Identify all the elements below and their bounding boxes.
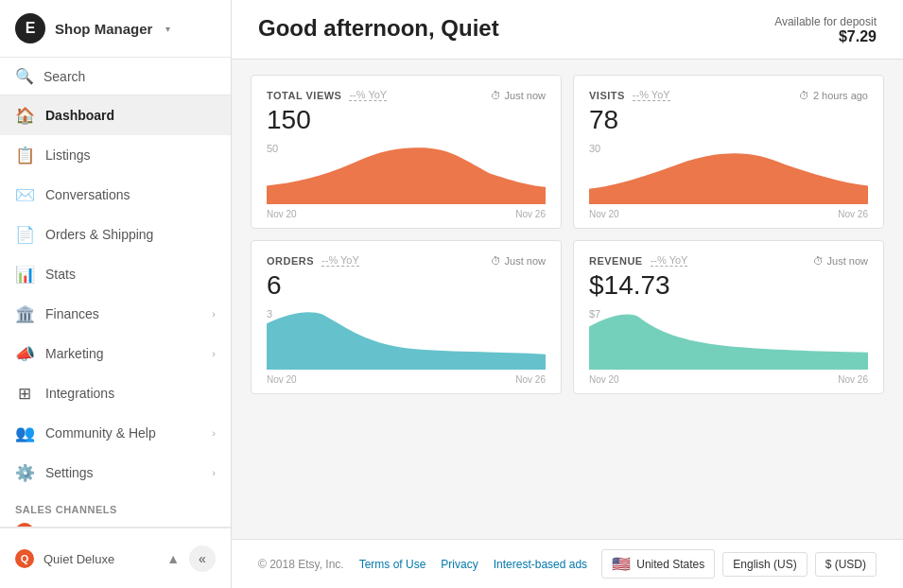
sidebar-bottom: Q Quiet Deluxe ▲ «: [0, 527, 231, 588]
sidebar: E Shop Manager ▾ 🔍 Search 🏠 Dashboard 📋 …: [0, 0, 232, 588]
search-item[interactable]: 🔍 Search: [0, 58, 231, 95]
chart-dates-orders: Nov 20 Nov 26: [267, 374, 546, 384]
ads-link[interactable]: Interest-based ads: [494, 558, 587, 571]
stats-grid: TOTAL VIEWS --% YoY ⏱ Just now 150 50 No…: [251, 75, 884, 394]
chart-date-start-total-views: Nov 20: [267, 209, 297, 218]
stat-header-orders: ORDERS --% YoY ⏱ Just now: [267, 254, 546, 267]
finances-arrow: ›: [212, 308, 216, 320]
locale-lang: English (US): [733, 558, 796, 571]
stat-yoy-visits[interactable]: --% YoY: [633, 89, 670, 101]
sidebar-title: Shop Manager: [55, 21, 152, 37]
shop-bottom-item[interactable]: Q Quiet Deluxe ▲ «: [0, 536, 231, 581]
chart-svg-revenue: [589, 308, 868, 370]
stat-time-label-orders: Just now: [505, 255, 546, 267]
sidebar-item-settings[interactable]: ⚙️ Settings ›: [0, 453, 231, 493]
chart-date-end-total-views: Nov 26: [515, 209, 546, 218]
shop-name: Quiet Deluxe: [43, 552, 157, 566]
dashboard-icon: 🏠: [15, 106, 34, 125]
search-icon: 🔍: [15, 67, 34, 85]
conversations-icon: ✉️: [15, 185, 34, 204]
stat-time-label-visits: 2 hours ago: [813, 90, 868, 101]
clock-icon-orders: ⏱: [491, 255, 501, 267]
terms-link[interactable]: Terms of Use: [359, 558, 426, 571]
marketing-icon: 📣: [15, 344, 34, 363]
sidebar-item-community[interactable]: 👥 Community & Help ›: [0, 413, 231, 453]
locale-button[interactable]: 🇺🇸 United States: [601, 549, 715, 579]
stat-header-total-views: TOTAL VIEWS --% YoY ⏱ Just now: [267, 89, 546, 101]
stat-chart-visits: 30 Nov 20 Nov 26: [589, 143, 868, 218]
stat-title-group-visits: VISITS --% YoY: [589, 89, 670, 101]
footer-right: 🇺🇸 United States English (US) $ (USD): [601, 549, 877, 579]
stat-time-label-total-views: Just now: [505, 90, 546, 101]
chart-dates-revenue: Nov 20 Nov 26: [589, 374, 868, 384]
sidebar-item-integrations[interactable]: ⊞ Integrations: [0, 373, 231, 413]
collapse-button[interactable]: «: [189, 545, 216, 572]
stat-value-orders: 6: [267, 270, 546, 301]
stat-header-revenue: REVENUE --% YoY ⏱ Just now: [589, 254, 868, 267]
stat-header-visits: VISITS --% YoY ⏱ 2 hours ago: [589, 89, 868, 101]
chart-date-end-orders: Nov 26: [515, 374, 546, 384]
stat-yoy-revenue[interactable]: --% YoY: [651, 254, 688, 267]
deposit-label: Available for deposit: [774, 15, 877, 28]
community-arrow: ›: [212, 427, 216, 439]
main-header: Good afternoon, Quiet Available for depo…: [232, 0, 903, 60]
sales-channels-section: SALES CHANNELS: [0, 493, 231, 519]
stat-chart-label-orders: 3: [267, 308, 272, 320]
stat-chart-label-total-views: 50: [267, 143, 278, 154]
listings-icon: 📋: [15, 146, 34, 164]
stat-card-total-views: TOTAL VIEWS --% YoY ⏱ Just now 150 50 No…: [251, 75, 562, 229]
chart-dates-visits: Nov 20 Nov 26: [589, 209, 868, 218]
stat-time-total-views: ⏱ Just now: [491, 90, 546, 101]
sidebar-item-dashboard[interactable]: 🏠 Dashboard: [0, 95, 231, 135]
etsy-logo: E: [15, 13, 45, 43]
deposit-amount: $7.29: [774, 28, 877, 45]
stat-card-revenue: REVENUE --% YoY ⏱ Just now $14.73 $7 Nov…: [573, 240, 884, 394]
chart-svg-total-views: [267, 143, 546, 204]
sidebar-item-finances[interactable]: 🏛️ Finances ›: [0, 294, 231, 334]
stat-time-revenue: ⏱ Just now: [813, 255, 868, 267]
shop-arrow: ▲: [166, 551, 180, 566]
sidebar-item-marketing[interactable]: 📣 Marketing ›: [0, 334, 231, 373]
stat-title-visits: VISITS: [589, 90, 625, 101]
sidebar-item-listings[interactable]: 📋 Listings: [0, 135, 231, 175]
finances-label: Finances: [45, 306, 200, 321]
dashboard-label: Dashboard: [45, 108, 216, 123]
chart-date-end-revenue: Nov 26: [838, 374, 868, 384]
integrations-icon: ⊞: [15, 384, 34, 403]
deposit-info: Available for deposit $7.29: [774, 15, 877, 45]
shop-manager-header[interactable]: E Shop Manager ▾: [0, 0, 231, 58]
locale-currency: $ (USD): [825, 558, 866, 571]
community-label: Community & Help: [45, 425, 200, 441]
orders-icon: 📄: [15, 225, 34, 244]
chart-dates-total-views: Nov 20 Nov 26: [267, 209, 546, 218]
clock-icon-revenue: ⏱: [813, 255, 824, 267]
settings-icon: ⚙️: [15, 463, 34, 482]
chart-svg-orders: [267, 308, 546, 370]
main-footer: © 2018 Etsy, Inc. Terms of Use Privacy I…: [232, 539, 903, 588]
stat-chart-orders: 3 Nov 20 Nov 26: [267, 308, 546, 384]
sidebar-item-conversations[interactable]: ✉️ Conversations: [0, 175, 231, 215]
stat-yoy-orders[interactable]: --% YoY: [321, 254, 359, 267]
copyright: © 2018 Etsy, Inc.: [258, 558, 344, 571]
chart-date-start-revenue: Nov 20: [589, 374, 619, 384]
language-button[interactable]: English (US): [722, 552, 807, 577]
stats-label: Stats: [45, 267, 216, 282]
settings-label: Settings: [45, 465, 200, 480]
stat-time-label-revenue: Just now: [827, 255, 868, 267]
marketing-label: Marketing: [45, 346, 200, 361]
clock-icon-total-views: ⏱: [491, 90, 501, 101]
stat-yoy-total-views[interactable]: --% YoY: [349, 89, 387, 101]
sidebar-title-arrow: ▾: [165, 24, 170, 34]
stat-title-orders: ORDERS: [267, 255, 314, 267]
privacy-link[interactable]: Privacy: [441, 558, 478, 571]
sales-channel-item[interactable]: E Et...: [0, 519, 231, 527]
clock-icon-visits: ⏱: [799, 90, 809, 101]
currency-button[interactable]: $ (USD): [815, 552, 877, 577]
stat-title-group-total-views: TOTAL VIEWS --% YoY: [267, 89, 387, 101]
stat-chart-revenue: $7 Nov 20 Nov 26: [589, 308, 868, 384]
sidebar-item-orders[interactable]: 📄 Orders & Shipping: [0, 215, 231, 254]
chart-date-start-orders: Nov 20: [267, 374, 297, 384]
chart-date-start-visits: Nov 20: [589, 209, 619, 218]
sidebar-item-stats[interactable]: 📊 Stats: [0, 254, 231, 294]
stat-card-visits: VISITS --% YoY ⏱ 2 hours ago 78 30 Nov 2…: [573, 75, 884, 229]
